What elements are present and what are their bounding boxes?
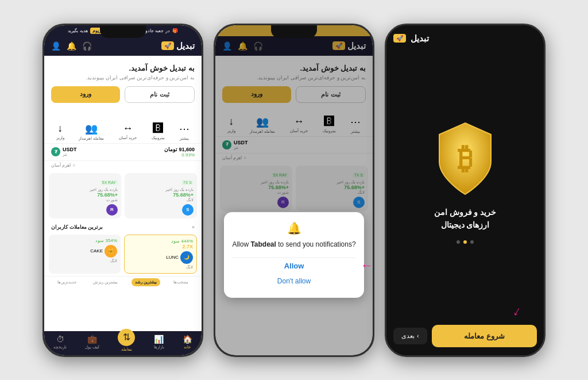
phone-notch-2 xyxy=(271,25,317,38)
card-badge-s: 7X S xyxy=(181,180,194,185)
card-name-s: لانگ xyxy=(128,198,194,202)
phone1-quick-menu: ⋯ بیشتر 🅱 نیتروبیک ↔ خرید آسان 👥 معامله … xyxy=(44,118,202,143)
phone1-section-title: « برترین معاملات کاربران xyxy=(44,222,202,232)
tab-most-fall[interactable]: بیشترین ریزش xyxy=(90,278,121,286)
nitrobike-icon: 🅱 xyxy=(153,122,163,135)
trade-sub-lunc: لانگ xyxy=(128,265,193,270)
nav-home[interactable]: 🏠 خانه xyxy=(183,335,192,352)
phone1-register-button[interactable]: ثبت نام xyxy=(125,86,195,103)
phone1-cards: 5X RAY بازده یک روز اخیر +75.68% شورت R … xyxy=(44,170,202,222)
phone1-logo-badge: 🚀 xyxy=(161,41,174,50)
next-arrow-icon: › xyxy=(417,332,419,339)
promo-text-2: هدیه بگیرید xyxy=(68,28,87,33)
notif-text: Allow Tabdeal to send you notifications? xyxy=(232,240,356,250)
card-change-s: +75.68% xyxy=(128,192,194,198)
phone1-btn-row: ثبت نام ورود xyxy=(51,86,195,103)
notif-deny-button[interactable]: Don't allow xyxy=(232,274,356,289)
card-badge-ray: 5X RAY xyxy=(100,180,118,185)
menu-item-deposit[interactable]: ↓ واریز xyxy=(56,122,64,141)
trade-profit-lunc: 444% سود xyxy=(128,239,193,244)
trade-coin-lunc: 🌙 LUNC xyxy=(128,251,193,264)
usdt-icon: ₮ xyxy=(51,147,60,156)
phone1-tabs: جدیدترین‌ها بیشترین ریزش بیشترین رشد منت… xyxy=(44,276,202,288)
dot-3 xyxy=(470,240,474,244)
allow-arrow-icon: ← xyxy=(361,258,373,273)
menu-label-nitrobike: نیتروبیک xyxy=(152,136,165,140)
markets-icon: 📊 xyxy=(154,335,164,344)
menu-label-leverage: معامله اهرمدار xyxy=(79,136,104,141)
nav-wallet-label: کیف پول xyxy=(85,345,99,350)
notif-bell-icon: 🔔 xyxy=(232,221,356,235)
menu-label-more: بیشتر xyxy=(180,136,189,141)
nav-history[interactable]: ⏱ تاریخچه xyxy=(53,335,67,352)
phone1-logo-text: تبدیل xyxy=(176,41,195,51)
svg-text:₿: ₿ xyxy=(458,142,473,175)
notif-app-name: Tabdeal xyxy=(250,240,276,248)
tab-newest[interactable]: جدیدترین‌ها xyxy=(54,278,80,286)
phone1-header: تبدیل 🚀 🎧 🔔 👤 xyxy=(44,36,202,56)
wallet-icon: 💼 xyxy=(87,335,97,344)
headset-icon-1[interactable]: 🎧 xyxy=(82,41,92,51)
trade-card-lunc[interactable]: 444% سود 2.7X 🌙 LUNC لانگ xyxy=(124,235,197,274)
notif-allow-button[interactable]: Allow ← xyxy=(232,258,356,274)
menu-item-more[interactable]: ⋯ بیشتر xyxy=(179,122,189,141)
tab-most-growth[interactable]: بیشترین رشد xyxy=(131,278,160,286)
phone1-ahrm: ○ اهرم آسان xyxy=(44,161,202,170)
phone3-start-button[interactable]: شروع معامله xyxy=(432,325,537,347)
lunc-coin-name: LUNC xyxy=(166,255,179,260)
trade-coin-cake: 🐱 CAKE xyxy=(52,245,117,258)
dot-2 xyxy=(463,240,467,244)
gift-icon: 🎁 xyxy=(172,28,178,33)
user-icon-1[interactable]: 👤 xyxy=(51,41,61,51)
phone1-welcome-title: به تبدیل خوش آمدید. xyxy=(51,64,195,72)
phone1-login-button[interactable]: ورود xyxy=(51,86,120,103)
phone-notch-1 xyxy=(100,25,146,38)
card-period-s: بازده یک روز اخیر xyxy=(128,187,194,192)
trade-center-icon[interactable]: ⇅ xyxy=(118,329,135,346)
deposit-icon: ↓ xyxy=(57,122,63,135)
leverage-icon: 👥 xyxy=(85,122,98,135)
phone3-bottom: ↓ › بعدی شروع معامله xyxy=(386,320,544,355)
phone1-screen: 🎁 در جعبه جادویی بدون فرفرکشی آنتریوم هد… xyxy=(44,25,202,355)
tab-featured[interactable]: منتخب‌ها xyxy=(170,278,192,286)
card-period: بازده یک روز اخیر xyxy=(52,187,118,192)
card-s[interactable]: 7X S بازده یک روز اخیر +75.68% لانگ S xyxy=(125,173,197,218)
nav-trade[interactable]: ⇅ معامله xyxy=(118,335,135,352)
phone3-next-button[interactable]: › بعدی xyxy=(393,328,427,344)
trade-pct-lunc: 2.7X xyxy=(128,244,193,250)
menu-item-nitrobike[interactable]: 🅱 نیتروبیک xyxy=(152,122,165,141)
menu-item-leverage[interactable]: 👥 معامله اهرمدار xyxy=(79,122,104,141)
section-title-text: برترین معاملات کاربران xyxy=(51,224,103,230)
phone1-header-icons: 🎧 🔔 👤 xyxy=(51,41,92,51)
phone1-welcome-sub: به امن‌ترین و حرفه‌ای‌ترین صرافی ایران ب… xyxy=(51,75,195,80)
phone1-ticker: ₮ USDT تتر 91,600 تومان 0.93% xyxy=(44,143,202,161)
nav-markets[interactable]: 📊 بازارها xyxy=(154,335,164,352)
trade-sub-cake: لانگ xyxy=(52,259,117,263)
home-icon: 🏠 xyxy=(183,335,192,344)
info-icon: ○ xyxy=(72,163,75,168)
ticker-right: 91,600 تومان 0.93% xyxy=(164,147,195,158)
dot-1 xyxy=(457,240,460,244)
phone1-nav: ⏱ تاریخچه 💼 کیف پول ⇅ معامله 📊 بازارها 🏠… xyxy=(44,331,202,355)
menu-label-easy-buy: خرید آسان xyxy=(119,136,137,140)
phone3-logo-text: تبدیل xyxy=(411,33,429,44)
menu-item-easy-buy[interactable]: ↔ خرید آسان xyxy=(119,122,137,141)
ray-coin-icon: R xyxy=(106,204,118,216)
nav-wallet[interactable]: 💼 کیف پول xyxy=(85,335,99,352)
more-icon: ⋯ xyxy=(179,122,189,135)
trade-profit-cake: 354% سود xyxy=(52,238,117,243)
s-coin-icon: S xyxy=(182,204,194,216)
cake-coin-icon: 🐱 xyxy=(105,245,117,258)
phone3-tagline: خرید و فروش امن ارز‌های دیجیتال xyxy=(434,206,497,232)
notification-card: 🔔 Allow Tabdeal to send you notification… xyxy=(224,212,364,298)
easy-buy-icon: ↔ xyxy=(123,122,133,135)
trade-card-cake[interactable]: 354% سود 🐱 CAKE لانگ xyxy=(49,235,121,274)
card-ray[interactable]: 5X RAY بازده یک روز اخیر +75.68% شورت R xyxy=(49,173,121,218)
nav-history-label: تاریخچه xyxy=(53,345,67,350)
bell-icon-1[interactable]: 🔔 xyxy=(67,41,76,51)
phone1-logo: تبدیل 🚀 xyxy=(161,41,195,51)
shield-bitcoin-icon: ₿ xyxy=(428,118,502,199)
cake-coin-name: CAKE xyxy=(90,248,103,254)
ticker-left: ₮ USDT تتر xyxy=(51,147,77,157)
nav-trade-label: معامله xyxy=(121,347,132,352)
